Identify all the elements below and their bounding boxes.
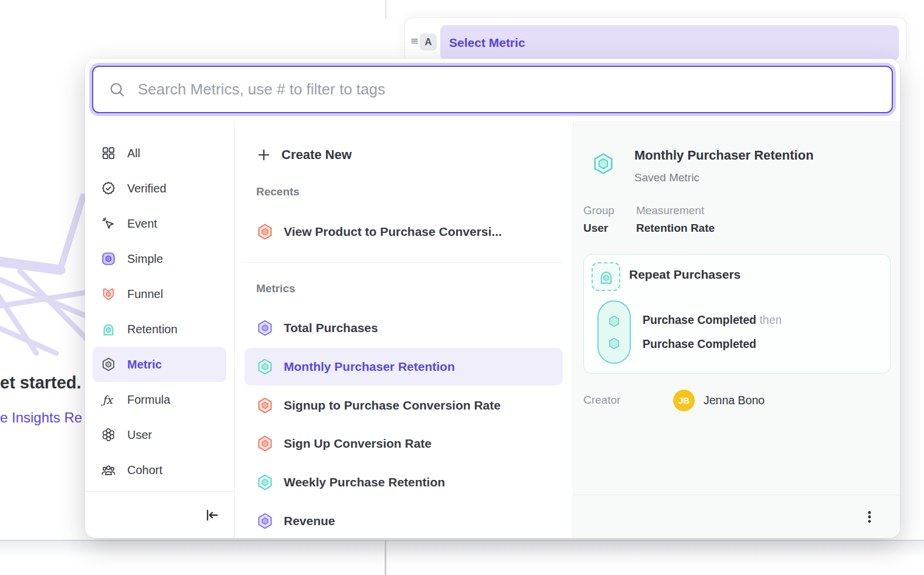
metric-list-item[interactable]: Total Purchases bbox=[244, 309, 563, 347]
recent-item[interactable]: View Product to Purchase Conversi... bbox=[244, 213, 563, 251]
metric-hexagon-icon bbox=[256, 358, 274, 376]
metric-list-item[interactable]: Revenue bbox=[244, 502, 563, 538]
select-metric-button[interactable]: Select Metric bbox=[440, 25, 899, 60]
step-1-event: Purchase Completed bbox=[643, 313, 756, 326]
cohort-definition-icon-box bbox=[592, 262, 620, 291]
sidebar-item-all[interactable]: All bbox=[93, 136, 226, 171]
sidebar-item-label: Retention bbox=[127, 323, 178, 336]
definition-card: Repeat Purchasers Purchase Completed the… bbox=[583, 254, 891, 374]
measurement-value: Retention Rate bbox=[636, 222, 715, 235]
metric-search-box[interactable] bbox=[92, 66, 893, 113]
category-sidebar: All Verified bbox=[85, 121, 235, 538]
sidebar-item-user[interactable]: User bbox=[93, 417, 226, 452]
simple-hexagon-icon bbox=[101, 251, 116, 266]
background-chart-decoration bbox=[0, 194, 88, 361]
metric-letter-badge: A bbox=[420, 33, 437, 50]
metric-list-item-selected[interactable]: Monthly Purchaser Retention bbox=[244, 348, 563, 385]
event-hexagon-icon bbox=[607, 314, 621, 329]
sequence-step-1: Purchase Completed then bbox=[643, 313, 782, 327]
metric-item-label: Weekly Purchase Retention bbox=[284, 475, 445, 489]
metric-item-label: Sign Up Conversion Rate bbox=[284, 437, 432, 451]
definition-card-title: Repeat Purchasers bbox=[629, 268, 740, 282]
sequence-step-2: Purchase Completed bbox=[643, 337, 756, 351]
metric-picker-modal: All Verified bbox=[85, 59, 900, 538]
panel-divider-top bbox=[385, 0, 386, 19]
detail-title: Monthly Purchaser Retention bbox=[634, 148, 814, 163]
cursor-click-icon bbox=[101, 216, 116, 231]
recents-section-label: Recents bbox=[256, 185, 300, 201]
sidebar-item-verified[interactable]: Verified bbox=[93, 171, 226, 206]
search-icon bbox=[108, 81, 126, 99]
svg-text:ƒx: ƒx bbox=[101, 394, 114, 406]
create-new-label: Create New bbox=[281, 147, 352, 163]
saved-metric-hexagon-icon bbox=[591, 151, 616, 176]
metric-detail-panel: Monthly Purchaser Retention Saved Metric… bbox=[573, 121, 900, 538]
metric-query-bar: A Select Metric bbox=[405, 18, 906, 61]
create-new-button[interactable]: Create New bbox=[244, 141, 563, 169]
detail-subtitle: Saved Metric bbox=[634, 171, 699, 184]
event-hexagon-icon bbox=[607, 336, 621, 351]
grid-icon bbox=[101, 146, 116, 161]
sidebar-item-label: User bbox=[127, 428, 152, 442]
metric-list-item[interactable]: Sign Up Conversion Rate bbox=[244, 425, 563, 462]
sidebar-item-event[interactable]: Event bbox=[93, 206, 226, 241]
sidebar-item-label: Funnel bbox=[127, 288, 163, 301]
drag-handle-icon[interactable] bbox=[409, 35, 420, 47]
retention-arch-icon bbox=[597, 268, 615, 286]
measurement-label: Measurement bbox=[636, 204, 704, 217]
creator-name: Jenna Bono bbox=[704, 394, 765, 407]
screen: et started. e Insights Re A Select Metri… bbox=[0, 0, 924, 575]
group-value: User bbox=[583, 222, 608, 235]
funnel-hexagon-icon bbox=[101, 286, 116, 302]
metric-hexagon-icon bbox=[256, 397, 274, 414]
metric-hexagon-icon bbox=[256, 319, 274, 337]
modal-body: All Verified bbox=[85, 121, 900, 538]
metric-hexagon-icon bbox=[101, 357, 116, 372]
search-input[interactable] bbox=[138, 80, 892, 99]
collapse-sidebar-icon[interactable] bbox=[203, 507, 220, 523]
metric-item-label: Total Purchases bbox=[284, 321, 378, 335]
plus-icon bbox=[256, 147, 271, 163]
metric-item-label: Signup to Purchase Conversion Rate bbox=[284, 398, 501, 412]
metric-list-item[interactable]: Signup to Purchase Conversion Rate bbox=[244, 387, 563, 424]
retention-arch-icon bbox=[101, 322, 116, 337]
detail-footer bbox=[573, 495, 900, 538]
event-sequence-capsule bbox=[597, 300, 631, 364]
step-connector: then bbox=[759, 313, 782, 326]
sidebar-item-retention[interactable]: Retention bbox=[93, 312, 226, 347]
sidebar-item-label: Verified bbox=[127, 182, 167, 195]
sidebar-item-funnel[interactable]: Funnel bbox=[93, 276, 226, 312]
sidebar-item-formula[interactable]: ƒx Formula bbox=[93, 382, 226, 417]
background-insights-link-fragment[interactable]: e Insights Re bbox=[0, 410, 82, 426]
creator-label: Creator bbox=[583, 394, 620, 407]
sidebar-footer bbox=[85, 491, 234, 538]
sidebar-item-label: Simple bbox=[127, 252, 163, 266]
background-heading-fragment: et started. bbox=[0, 373, 81, 393]
sidebar-item-label: Event bbox=[127, 217, 157, 231]
verified-badge-icon bbox=[101, 181, 116, 196]
user-cluster-icon bbox=[101, 427, 116, 442]
metric-item-label: Monthly Purchaser Retention bbox=[284, 360, 455, 374]
step-2-event: Purchase Completed bbox=[643, 337, 756, 350]
metrics-section-label: Metrics bbox=[256, 282, 295, 297]
group-label: Group bbox=[583, 204, 614, 217]
sidebar-item-simple[interactable]: Simple bbox=[93, 241, 226, 276]
metric-hexagon-icon bbox=[256, 473, 274, 491]
more-options-icon[interactable] bbox=[861, 508, 878, 526]
funnel-metric-hexagon-icon bbox=[256, 223, 274, 241]
creator-avatar: JB bbox=[673, 390, 695, 411]
section-divider-shadow bbox=[0, 541, 924, 557]
sidebar-item-label: Cohort bbox=[127, 464, 162, 477]
formula-fx-icon: ƒx bbox=[101, 392, 116, 407]
sidebar-item-label: Metric bbox=[127, 358, 162, 371]
sidebar-item-label: All bbox=[127, 147, 140, 160]
select-metric-label: Select Metric bbox=[449, 36, 525, 50]
recent-item-label: View Product to Purchase Conversi... bbox=[284, 225, 502, 239]
panel-divider-bottom bbox=[385, 540, 386, 575]
sidebar-item-metric[interactable]: Metric bbox=[93, 347, 226, 382]
metric-list-column: Create New Recents View Product to Purch… bbox=[235, 121, 573, 538]
metric-list-item[interactable]: Weekly Purchase Retention bbox=[244, 464, 563, 501]
sidebar-item-cohort[interactable]: Cohort bbox=[93, 452, 226, 488]
metric-hexagon-icon bbox=[256, 435, 274, 452]
sidebar-item-label: Formula bbox=[127, 393, 170, 407]
